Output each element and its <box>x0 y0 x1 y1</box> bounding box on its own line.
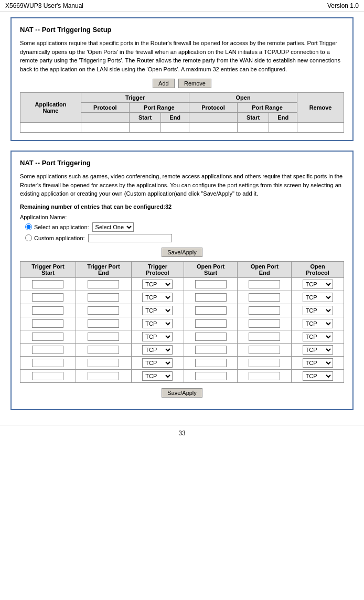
page-header: X5669WUP3 User's Manual Version 1.0 <box>0 0 364 12</box>
trigger-port-start-input[interactable] <box>32 293 63 302</box>
trigger-protocol-select[interactable]: TCPUDPTCP/UDP <box>142 371 173 381</box>
open-protocol-select[interactable]: TCPUDPTCP/UDP <box>303 306 333 315</box>
trigger-port-start-input[interactable] <box>32 306 63 315</box>
section1-description: Some applications require that specific … <box>20 39 344 73</box>
open-port-end-input[interactable] <box>249 359 280 367</box>
trigger-port-end-input[interactable] <box>88 280 119 288</box>
select-app-label: Select an application: <box>34 224 89 230</box>
section1-table-wrap: ApplicationName Trigger Open Remove Prot… <box>20 92 344 133</box>
th-open-protocol: Protocol <box>189 103 238 113</box>
open-port-start-input[interactable] <box>195 280 227 288</box>
application-select[interactable]: Select One <box>92 222 134 232</box>
trigger-table-row: TCPUDPTCP/UDPTCPUDPTCP/UDP <box>20 343 344 356</box>
custom-app-row: Custom application: <box>25 234 344 242</box>
save-apply-row-top: Save/Apply <box>20 248 344 257</box>
trigger-port-start-input[interactable] <box>32 319 63 328</box>
trigger-table-row: TCPUDPTCP/UDPTCPUDPTCP/UDP <box>20 277 344 291</box>
manual-title: X5669WUP3 User's Manual <box>5 2 83 9</box>
open-protocol-select[interactable]: TCPUDPTCP/UDP <box>303 280 333 289</box>
th-trigger-end: End <box>161 113 189 123</box>
th-open-port-end: Open PortEnd <box>238 261 292 277</box>
custom-app-input[interactable] <box>88 234 172 242</box>
open-port-end-input[interactable] <box>249 306 280 315</box>
trigger-table-wrap: Trigger PortStart Trigger PortEnd Trigge… <box>20 261 344 383</box>
select-app-radio[interactable] <box>25 223 32 230</box>
th-trigger-protocol: TriggerProtocol <box>131 261 184 277</box>
open-port-start-input[interactable] <box>195 306 227 315</box>
open-port-end-input[interactable] <box>249 293 280 302</box>
open-protocol-select[interactable]: TCPUDPTCP/UDP <box>303 371 333 381</box>
trigger-port-start-input[interactable] <box>32 280 63 288</box>
trigger-protocol-select[interactable]: TCPUDPTCP/UDP <box>142 306 173 315</box>
th-open: Open <box>189 93 297 103</box>
remove-button[interactable]: Remove <box>178 79 211 88</box>
th-trigger-port-end: Trigger PortEnd <box>76 261 131 277</box>
open-protocol-select[interactable]: TCPUDPTCP/UDP <box>303 293 333 302</box>
trigger-table-row: TCPUDPTCP/UDPTCPUDPTCP/UDP <box>20 291 344 304</box>
remaining-text: Remaining number of entries that can be … <box>20 203 344 210</box>
trigger-port-start-input[interactable] <box>32 359 63 367</box>
trigger-table-row: TCPUDPTCP/UDPTCPUDPTCP/UDP <box>20 317 344 330</box>
open-port-end-input[interactable] <box>249 333 280 341</box>
trigger-table: Trigger PortStart Trigger PortEnd Trigge… <box>20 261 344 383</box>
trigger-port-end-input[interactable] <box>88 372 119 380</box>
page-number: 33 <box>178 430 185 437</box>
open-port-start-input[interactable] <box>195 319 227 328</box>
trigger-table-row: TCPUDPTCP/UDPTCPUDPTCP/UDP <box>20 304 344 317</box>
open-port-end-input[interactable] <box>249 346 280 354</box>
open-protocol-select[interactable]: TCPUDPTCP/UDP <box>303 319 333 328</box>
open-protocol-select[interactable]: TCPUDPTCP/UDP <box>303 332 333 341</box>
th-open-port-range: Port Range <box>237 103 297 113</box>
section2-description: Some applications such as games, video c… <box>20 172 344 198</box>
open-port-end-input[interactable] <box>249 280 280 288</box>
open-port-start-input[interactable] <box>195 293 227 302</box>
save-apply-button-top[interactable]: Save/Apply <box>162 248 202 257</box>
trigger-port-end-input[interactable] <box>88 333 119 341</box>
custom-app-radio[interactable] <box>25 234 32 241</box>
th-open-end: End <box>269 113 297 123</box>
section-port-triggering-setup: NAT -- Port Triggering Setup Some applic… <box>10 17 354 141</box>
trigger-protocol-select[interactable]: TCPUDPTCP/UDP <box>142 293 173 302</box>
add-button[interactable]: Add <box>153 79 175 88</box>
trigger-protocol-select[interactable]: TCPUDPTCP/UDP <box>142 358 173 368</box>
open-port-start-input[interactable] <box>195 333 227 341</box>
th-open-protocol-sub <box>189 113 238 123</box>
trigger-table-row: TCPUDPTCP/UDPTCPUDPTCP/UDP <box>20 330 344 343</box>
th-trigger-start: Start <box>129 113 161 123</box>
trigger-port-end-input[interactable] <box>88 306 119 315</box>
open-port-end-input[interactable] <box>249 319 280 328</box>
remaining-count: 32 <box>165 203 172 210</box>
save-apply-row-bottom: Save/Apply <box>20 388 344 398</box>
th-open-port-start: Open PortStart <box>184 261 238 277</box>
th-remove: Remove <box>297 93 344 123</box>
page-footer: 33 <box>0 425 364 441</box>
trigger-protocol-select[interactable]: TCPUDPTCP/UDP <box>142 280 173 289</box>
section1-title: NAT -- Port Triggering Setup <box>20 26 344 34</box>
custom-app-label: Custom application: <box>34 235 85 241</box>
port-triggering-setup-table: ApplicationName Trigger Open Remove Prot… <box>20 92 344 133</box>
open-protocol-select[interactable]: TCPUDPTCP/UDP <box>303 358 333 368</box>
trigger-port-start-input[interactable] <box>32 333 63 341</box>
app-name-label: Application Name: <box>20 214 344 220</box>
select-app-row: Select an application: Select One <box>25 222 344 232</box>
trigger-table-row: TCPUDPTCP/UDPTCPUDPTCP/UDP <box>20 369 344 382</box>
trigger-port-end-input[interactable] <box>88 359 119 367</box>
trigger-protocol-select[interactable]: TCPUDPTCP/UDP <box>142 319 173 328</box>
trigger-port-end-input[interactable] <box>88 293 119 302</box>
save-apply-button-bottom[interactable]: Save/Apply <box>162 388 202 398</box>
trigger-port-start-input[interactable] <box>32 372 63 380</box>
th-trigger: Trigger <box>81 93 189 103</box>
trigger-protocol-select[interactable]: TCPUDPTCP/UDP <box>142 332 173 341</box>
trigger-port-end-input[interactable] <box>88 319 119 328</box>
open-protocol-select[interactable]: TCPUDPTCP/UDP <box>303 345 333 355</box>
open-port-end-input[interactable] <box>249 372 280 380</box>
trigger-port-end-input[interactable] <box>88 346 119 354</box>
th-application: ApplicationName <box>20 93 81 123</box>
open-port-start-input[interactable] <box>195 372 227 380</box>
trigger-protocol-select[interactable]: TCPUDPTCP/UDP <box>142 345 173 355</box>
section1-btn-row: Add Remove <box>20 79 344 88</box>
trigger-port-start-input[interactable] <box>32 346 63 354</box>
open-port-start-input[interactable] <box>195 346 227 354</box>
remaining-label: Remaining number of entries that can be … <box>20 203 165 210</box>
open-port-start-input[interactable] <box>195 359 227 367</box>
